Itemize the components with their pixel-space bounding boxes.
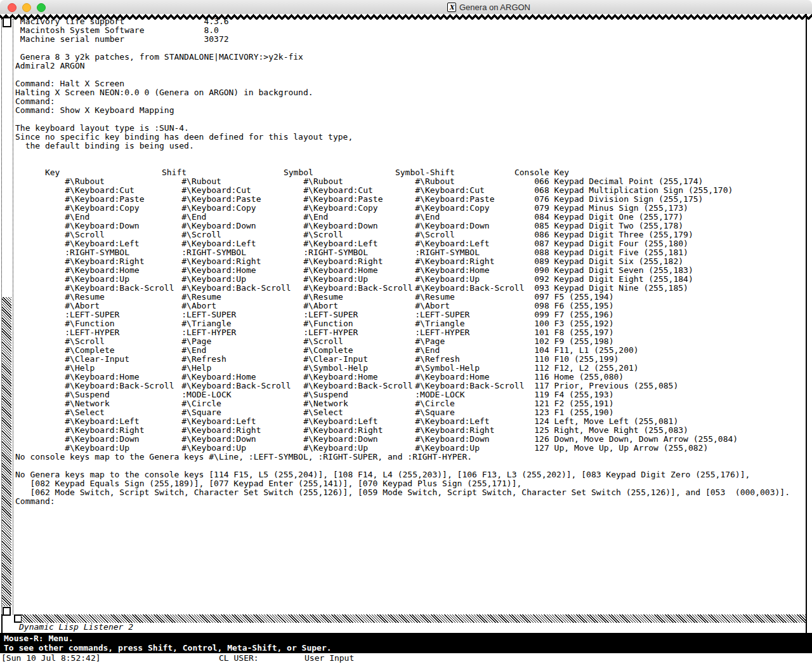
cell-shift: #\Square xyxy=(181,408,303,417)
terminal-line: The keyboard layout type is :SUN-4. xyxy=(15,124,806,133)
cell-shift: #\Keyboard:Left xyxy=(181,417,303,426)
outro-block: No console keys map to the Genera keys #… xyxy=(15,444,806,506)
cell-key: #\Keyboard:Cut xyxy=(65,186,181,195)
cell-symbol-shift: #\Keyboard:Left xyxy=(415,417,534,426)
cell-shift: #\Triangle xyxy=(181,319,303,328)
cell-symbol: #\Scroll xyxy=(303,230,415,239)
terminal-line xyxy=(15,44,806,53)
cell-console-key: 089 Keypad Digit Six (255,182) xyxy=(534,257,683,266)
cell-key: #\Keyboard:Up xyxy=(65,444,181,453)
cell-symbol: #\Resume xyxy=(303,293,415,302)
cell-console-key: 066 Keypad Decimal Point (255,174) xyxy=(534,177,703,186)
cell-symbol: :LEFT-SUPER xyxy=(303,310,415,319)
vertical-scrollbar-thumb[interactable] xyxy=(2,297,11,606)
cell-shift: :LEFT-SUPER xyxy=(181,310,303,319)
cell-shift: :MODE-LOCK xyxy=(181,390,303,399)
cell-key: #\Rubout xyxy=(65,177,181,186)
cell-symbol: #\Keyboard:Back-Scroll xyxy=(303,382,415,390)
cell-console-key: 100 F3 (255,192) xyxy=(534,319,613,328)
cell-key: #\Keyboard:Right xyxy=(65,257,181,266)
window-right-border xyxy=(806,14,807,633)
cell-symbol-shift: #\Keyboard:Home xyxy=(415,373,534,382)
cell-symbol-shift: #\Scroll xyxy=(415,230,534,239)
cell-symbol-shift: #\Keyboard:Left xyxy=(415,239,534,248)
pane-title: Dynamic Lisp Listener 2 xyxy=(19,622,133,632)
terminal-line xyxy=(15,115,806,124)
cell-symbol: #\Abort xyxy=(303,302,415,310)
cell-symbol-shift: #\Triangle xyxy=(415,319,534,328)
cell-symbol-shift: #\Keyboard:Back-Scroll xyxy=(415,382,534,390)
status-package: CL USER: xyxy=(219,653,259,663)
terminal-line: MacIvory life support 4.3.6 xyxy=(15,17,806,26)
cell-shift: #\Keyboard:Home xyxy=(181,373,303,382)
scrollbar-top-box[interactable] xyxy=(3,17,11,27)
cell-shift: #\Rubout xyxy=(181,177,303,186)
titlebar[interactable]: X Genera on ARGON xyxy=(0,0,812,15)
cell-symbol: #\Keyboard:Home xyxy=(303,373,415,382)
cell-console-key: 099 F7 (255,196) xyxy=(534,310,613,319)
cell-symbol-shift: :MODE-LOCK xyxy=(415,390,534,399)
cell-console-key: 123 F1 (255,190) xyxy=(534,408,613,417)
cell-symbol-shift: #\Square xyxy=(415,408,534,417)
cell-key: #\Function xyxy=(65,319,181,328)
cell-shift: #\End xyxy=(181,346,303,355)
terminal-line: Command: xyxy=(15,97,806,106)
terminal-line: Halting X Screen NEON:0.0 0 (Genera on A… xyxy=(15,88,806,97)
cell-shift: #\Keyboard:Left xyxy=(181,239,303,248)
terminal-line xyxy=(15,70,806,79)
terminal-line: Machine serial number 30372 xyxy=(15,35,806,44)
cell-shift: #\Keyboard:Copy xyxy=(181,204,303,213)
close-button[interactable] xyxy=(8,3,16,12)
terminal-line: Macintosh System Software 8.0 xyxy=(15,26,806,35)
table-header-row: KeyShiftSymbolSymbol-ShiftConsole Key xyxy=(15,159,806,168)
terminal-line: No console keys map to the Genera keys #… xyxy=(15,453,806,461)
window-title-group: X Genera on ARGON xyxy=(447,2,530,12)
cell-key: #\Keyboard:Paste xyxy=(65,195,181,204)
status-bar: [Sun 10 Jul 8:52:42] CL USER: User Input xyxy=(0,653,812,664)
keyboard-mapping-table: #\Rubout#\Rubout#\Rubout#\Rubout066 Keyp… xyxy=(15,168,806,444)
cell-shift: #\Refresh xyxy=(181,355,303,364)
minimize-button[interactable] xyxy=(22,3,31,12)
cell-symbol-shift: #\Rubout xyxy=(415,177,534,186)
cell-console-key: 076 Keypad Division Sign (255,175) xyxy=(534,195,703,204)
cell-key: #\Suspend xyxy=(65,390,181,399)
cell-key: #\Complete xyxy=(65,346,181,355)
scrollbar-bottom-box[interactable] xyxy=(3,607,11,616)
cell-symbol-shift: #\Keyboard:Right xyxy=(415,257,534,266)
cell-symbol: #\Scroll xyxy=(303,337,415,346)
cell-key: #\Keyboard:Right xyxy=(65,426,181,435)
cell-console-key: 088 Keypad Digit Five (255,181) xyxy=(534,248,688,257)
mouse-doc-line1: Mouse-R: Menu. xyxy=(0,634,812,643)
cell-symbol: #\Keyboard:Right xyxy=(303,257,415,266)
x11-icon: X xyxy=(447,3,456,12)
terminal-line xyxy=(15,150,806,159)
cell-key: :LEFT-SUPER xyxy=(65,310,181,319)
header-symbol: Symbol xyxy=(284,168,395,177)
cell-key: #\Select xyxy=(65,408,181,417)
cell-console-key: 079 Keypad Minus Sign (255,173) xyxy=(534,204,688,213)
cell-symbol-shift: :LEFT-SUPER xyxy=(415,310,534,319)
cell-key: #\Keyboard:Back-Scroll xyxy=(65,382,181,390)
cell-shift: #\Scroll xyxy=(181,230,303,239)
cell-symbol: #\Keyboard:Right xyxy=(303,426,415,435)
cell-symbol-shift: #\Keyboard:Up xyxy=(415,275,534,284)
cell-key: #\Keyboard:Up xyxy=(65,275,181,284)
cell-key: #\Keyboard:Copy xyxy=(65,204,181,213)
cell-console-key: 101 F8 (255,197) xyxy=(534,328,613,337)
cell-console-key: 102 F9 (255,198) xyxy=(534,337,613,346)
cell-symbol: #\Clear-Input xyxy=(303,355,415,364)
cell-shift: #\Help xyxy=(181,364,303,373)
cell-symbol: #\Keyboard:Back-Scroll xyxy=(303,284,415,293)
cell-symbol-shift: #\Keyboard:Up xyxy=(415,444,534,453)
mouse-doc-line2: To see other commands, press Shift, Cont… xyxy=(0,643,812,653)
cell-key: #\Keyboard:Down xyxy=(65,222,181,230)
horizontal-scrollbar-thumb[interactable] xyxy=(22,614,806,623)
cell-console-key: 112 F12, L2 (255,201) xyxy=(534,364,638,373)
cell-shift: #\Circle xyxy=(181,399,303,408)
cell-symbol-shift: #\Keyboard:Cut xyxy=(415,186,534,195)
cell-key: :RIGHT-SYMBOL xyxy=(65,248,181,257)
terminal-output[interactable]: MacIvory life support 4.3.6 Macintosh Sy… xyxy=(15,17,806,506)
zoom-button[interactable] xyxy=(37,3,46,12)
cell-shift: #\Keyboard:Right xyxy=(181,426,303,435)
cell-console-key: 093 Keypad Digit Nine (255,185) xyxy=(534,284,688,293)
